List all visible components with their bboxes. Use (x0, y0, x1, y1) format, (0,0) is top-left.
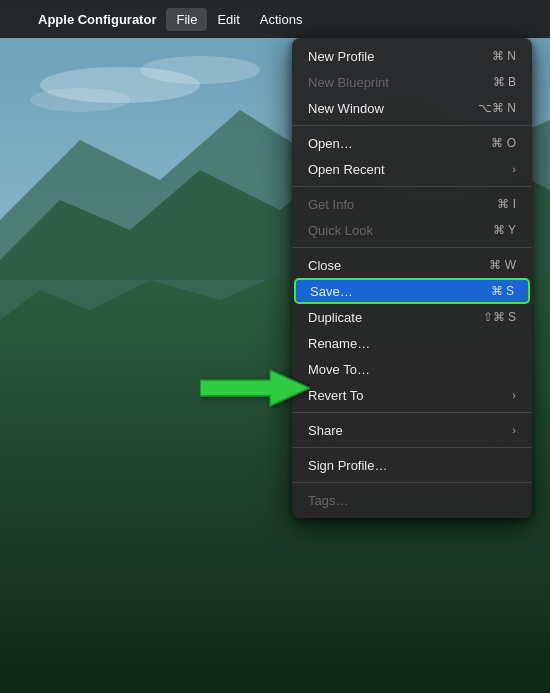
actions-menu[interactable]: Actions (250, 8, 313, 31)
menu-shortcut: ⌘ N (492, 49, 516, 63)
arrow-annotation (200, 368, 310, 408)
submenu-chevron-icon: › (512, 389, 516, 401)
menu-item-open-recent[interactable]: Open Recent › (292, 156, 532, 182)
menu-separator-6 (292, 482, 532, 483)
menu-shortcut: ⌥⌘ N (478, 101, 516, 115)
menu-item-label: Get Info (308, 197, 477, 212)
menu-item-label: Open… (308, 136, 471, 151)
apple-menu[interactable] (8, 15, 28, 23)
menu-item-new-profile[interactable]: New Profile ⌘ N (292, 43, 532, 69)
menu-item-share[interactable]: Share › (292, 417, 532, 443)
menu-item-label: Tags… (308, 493, 516, 508)
menu-item-rename[interactable]: Rename… (292, 330, 532, 356)
svg-marker-7 (200, 370, 310, 406)
menu-item-open[interactable]: Open… ⌘ O (292, 130, 532, 156)
menu-item-new-blueprint: New Blueprint ⌘ B (292, 69, 532, 95)
menu-item-quick-look: Quick Look ⌘ Y (292, 217, 532, 243)
menu-item-tags: Tags… (292, 487, 532, 513)
menu-item-label: Duplicate (308, 310, 463, 325)
menu-item-label: Share (308, 423, 504, 438)
file-dropdown-menu: New Profile ⌘ N New Blueprint ⌘ B New Wi… (292, 38, 532, 518)
menu-shortcut: ⌘ Y (493, 223, 516, 237)
menu-item-label: New Profile (308, 49, 472, 64)
menubar: Apple Configurator File Edit Actions (0, 0, 550, 38)
menu-item-duplicate[interactable]: Duplicate ⇧⌘ S (292, 304, 532, 330)
file-menu[interactable]: File (166, 8, 207, 31)
menu-shortcut: ⌘ O (491, 136, 516, 150)
menu-shortcut: ⌘ I (497, 197, 516, 211)
menu-item-label: Open Recent (308, 162, 504, 177)
menu-shortcut: ⇧⌘ S (483, 310, 516, 324)
menu-shortcut: ⌘ B (493, 75, 516, 89)
menu-item-label: Move To… (308, 362, 516, 377)
menu-item-label: Save… (310, 284, 471, 299)
svg-point-6 (30, 88, 130, 112)
menu-item-label: New Window (308, 101, 458, 116)
menu-shortcut: ⌘ S (491, 284, 514, 298)
menu-item-label: Sign Profile… (308, 458, 516, 473)
menu-separator-2 (292, 186, 532, 187)
menu-separator-4 (292, 412, 532, 413)
edit-menu[interactable]: Edit (207, 8, 249, 31)
menu-item-label: New Blueprint (308, 75, 473, 90)
arrow-icon (200, 368, 310, 408)
menu-shortcut: ⌘ W (489, 258, 516, 272)
menu-item-revert-to[interactable]: Revert To › (292, 382, 532, 408)
svg-point-5 (140, 56, 260, 84)
menu-item-label: Quick Look (308, 223, 473, 238)
submenu-chevron-icon: › (512, 424, 516, 436)
menu-item-new-window[interactable]: New Window ⌥⌘ N (292, 95, 532, 121)
menu-item-label: Close (308, 258, 469, 273)
menu-separator-1 (292, 125, 532, 126)
menu-item-save[interactable]: Save… ⌘ S (294, 278, 530, 304)
menu-item-label: Revert To (308, 388, 504, 403)
menu-item-label: Rename… (308, 336, 516, 351)
menu-item-get-info: Get Info ⌘ I (292, 191, 532, 217)
menu-item-close[interactable]: Close ⌘ W (292, 252, 532, 278)
submenu-chevron-icon: › (512, 163, 516, 175)
menu-item-sign-profile[interactable]: Sign Profile… (292, 452, 532, 478)
menu-separator-5 (292, 447, 532, 448)
app-name[interactable]: Apple Configurator (28, 8, 166, 31)
menu-separator-3 (292, 247, 532, 248)
menu-item-move-to[interactable]: Move To… (292, 356, 532, 382)
